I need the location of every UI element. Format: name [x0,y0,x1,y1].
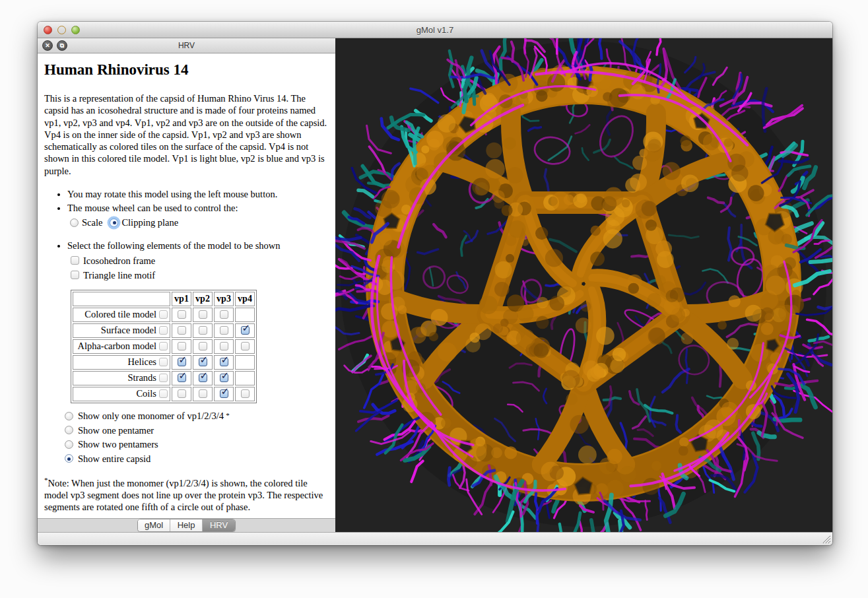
checkbox-helices-vp2[interactable] [199,358,207,366]
column-header-vp1: vp1 [172,292,191,306]
row-label: Helices [128,356,156,367]
table-row: Strands [73,371,255,385]
checkbox-surface-model-vp1[interactable] [178,326,186,335]
molecule-viewport[interactable] [335,38,832,532]
radio-show-one-pentamer[interactable] [65,426,73,434]
app-window: gMol v1.7 ✕ ⧉ HRV Human Rhinovirus 14 Th… [38,22,832,545]
checkbox-helices[interactable] [159,358,168,366]
radio-show-only-one-monomer-of-vp1-2-3-4[interactable] [65,412,73,420]
window-bottom-bar [38,532,832,545]
row-label: Coils [136,388,156,399]
checkbox-helices-vp3[interactable] [220,358,228,366]
traffic-lights [44,26,85,34]
matrix-cell [172,355,191,370]
checkbox-colored-tile-model[interactable] [159,310,168,319]
checkbox-coils[interactable] [159,389,168,398]
checkbox-alpha-carbon-model-vp3[interactable] [220,342,228,350]
checkbox-colored-tile-model-vp1[interactable] [178,310,186,319]
matrix-cell [193,308,213,322]
matrix-cell [193,339,213,354]
radio-clipping-plane[interactable] [110,218,118,227]
row-label-cell: Coils [73,387,170,401]
bullet-wheel: The mouse wheel can be used to control t… [67,202,329,229]
checkbox-surface-model-vp2[interactable] [199,326,207,335]
table-row: Surface model [73,323,255,338]
checkbox-coils-vp4[interactable] [241,389,250,398]
checkbox-helices-vp1[interactable] [178,358,186,366]
minimize-window-icon[interactable] [57,26,66,34]
checkbox-surface-model-vp3[interactable] [220,326,228,335]
matrix-cell [193,387,213,401]
checkbox-colored-tile-model-vp2[interactable] [199,310,207,319]
matrix-cell [214,371,234,385]
instruction-list: You may rotate this model using the left… [46,188,329,281]
matrix-cell [193,355,213,370]
checkbox-label: Icosohedron frame [83,255,155,267]
radio-scale[interactable] [70,218,79,227]
tab-hrv[interactable]: HRV [203,519,235,531]
window-title: gMol v1.7 [417,25,453,35]
panel-detach-icon[interactable]: ⧉ [57,40,67,51]
bullet-rotate: You may rotate this model using the left… [67,188,329,200]
row-label-cell: Surface model [73,323,170,338]
checkbox-strands-vp2[interactable] [199,374,207,382]
resize-grip[interactable] [821,534,831,544]
tab-strip: gMolHelpHRV [38,518,335,532]
checkbox-icosohedron-frame[interactable] [71,256,79,265]
matrix-cell [172,308,191,322]
checkbox-strands-vp1[interactable] [178,374,186,382]
row-label-cell: Alpha-carbon model [73,339,170,354]
matrix-cell [172,387,191,401]
radio-label: Clipping plane [121,216,178,228]
radio-row: Show only one monomer of vp1/2/3/4* [65,409,329,424]
checkbox-coils-vp2[interactable] [199,389,207,398]
checkbox-coils-vp1[interactable] [178,389,186,398]
zoom-window-icon[interactable] [71,26,80,34]
tab-control: gMolHelpHRV [137,519,236,532]
matrix-cell [214,323,234,338]
close-window-icon[interactable] [44,26,52,34]
radio-show-entire-capsid[interactable] [65,454,73,463]
checkbox-surface-model-vp4[interactable] [241,326,250,335]
checkbox-strands[interactable] [159,374,168,382]
hrv-panel: ✕ ⧉ HRV Human Rhinovirus 14 This is a re… [38,38,335,532]
radio-row: Show two pentamers [65,438,329,452]
capsid-render[interactable] [335,38,832,532]
wheel-radio-group: ScaleClipping plane [70,216,329,229]
table-row: Helices [73,355,255,370]
checkbox-colored-tile-model-vp3[interactable] [220,310,228,319]
footnote: *Note: When just the monomer (vp1/2/3/4)… [44,476,329,514]
checkbox-alpha-carbon-model-vp1[interactable] [178,342,186,350]
panel-close-icon[interactable]: ✕ [42,40,53,51]
radio-label: Show two pentamers [78,438,158,450]
panel-titlebar[interactable]: ✕ ⧉ HRV [38,38,335,53]
matrix-cell [235,355,255,370]
intro-paragraph: This is a representation of the capsid o… [44,92,329,177]
checkbox-coils-vp3[interactable] [220,389,228,398]
tab-help[interactable]: Help [170,519,203,531]
matrix-cell [235,387,255,401]
table-row: Coils [73,387,255,401]
column-header-vp3: vp3 [214,292,234,306]
checkbox-triangle-line-motif[interactable] [71,271,79,279]
checkbox-surface-model[interactable] [159,326,168,335]
checkbox-alpha-carbon-model-vp2[interactable] [199,342,207,350]
checkbox-alpha-carbon-model[interactable] [159,342,168,350]
tab-gmol[interactable]: gMol [138,519,170,531]
asterisk: * [226,411,230,420]
matrix-cell [214,308,234,322]
matrix-corner-cell [73,292,170,306]
row-label: Surface model [101,325,156,335]
checkbox-strands-vp3[interactable] [220,374,228,382]
matrix-cell [214,355,234,370]
matrix-cell [214,387,234,401]
page-title: Human Rhinovirus 14 [44,61,329,80]
matrix-cell [172,339,191,354]
display-radio-group: Show only one monomer of vp1/2/3/4*Show … [65,409,329,466]
column-header-vp4: vp4 [235,292,255,306]
radio-show-two-pentamers[interactable] [65,440,73,449]
check-line: Triangle line motif [71,269,329,281]
checkbox-alpha-carbon-model-vp4[interactable] [241,342,250,350]
window-titlebar[interactable]: gMol v1.7 [38,22,832,38]
table-row: Alpha-carbon model [73,339,255,354]
